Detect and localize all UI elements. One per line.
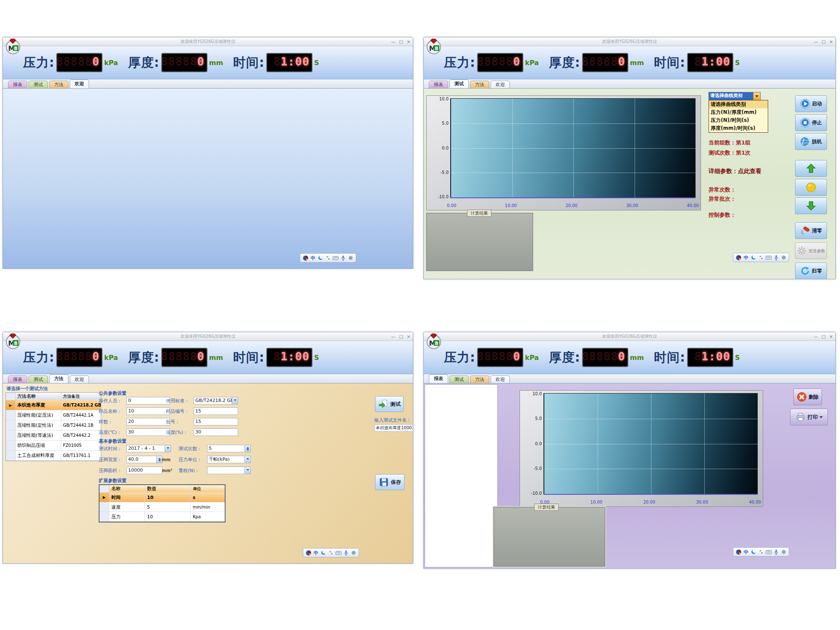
- filename-input[interactable]: 本织造布厚度10001: [374, 424, 413, 432]
- keyboard-icon[interactable]: [766, 255, 772, 260]
- sample-count-input[interactable]: 20: [126, 418, 170, 425]
- plot-area[interactable]: [450, 98, 696, 197]
- curve-type-select[interactable]: 请选择曲线类别: [709, 92, 761, 100]
- ime-settings-icon[interactable]: [781, 549, 787, 555]
- pause-indicator-button[interactable]: [795, 179, 827, 196]
- tab-method[interactable]: 方法: [49, 81, 68, 88]
- standard-select[interactable]: GB/T24218.2 GB: [194, 397, 238, 404]
- tab-welcome[interactable]: 欢迎: [491, 375, 510, 383]
- close-button[interactable]: ×: [830, 39, 833, 44]
- title-bar[interactable]: 欢迎使用YG026G压缩弹性仪 — □ ×: [3, 332, 413, 341]
- microphone-icon[interactable]: [340, 255, 346, 261]
- temperature-input[interactable]: 30: [126, 428, 170, 436]
- sample-name-input[interactable]: 10: [126, 407, 170, 415]
- ime-logo-icon[interactable]: [305, 550, 311, 556]
- handwriting-icon[interactable]: [320, 550, 326, 556]
- test-times-stepper[interactable]: 5: [207, 445, 251, 452]
- ime-settings-icon[interactable]: [781, 255, 787, 260]
- tab-method[interactable]: 方法: [470, 375, 489, 383]
- ime-language-bar[interactable]: 中 °,: [733, 253, 789, 262]
- start-button[interactable]: 启动: [795, 95, 827, 112]
- ime-logo-icon[interactable]: [302, 255, 308, 261]
- range-select[interactable]: [207, 467, 251, 474]
- minimize-button[interactable]: —: [814, 39, 818, 44]
- maximize-button[interactable]: □: [399, 39, 403, 44]
- tab-test[interactable]: 测试: [29, 81, 48, 88]
- chevron-down-icon[interactable]: [244, 456, 250, 463]
- batch-no-input[interactable]: 15: [194, 418, 238, 425]
- microphone-icon[interactable]: [773, 255, 779, 260]
- tab-test[interactable]: 测试: [29, 375, 48, 383]
- sample-no-input[interactable]: 15: [194, 407, 238, 415]
- microphone-icon[interactable]: [773, 549, 779, 555]
- close-button[interactable]: ×: [830, 334, 833, 339]
- table-row[interactable]: 纺织制品压缩FZ01005: [6, 441, 101, 451]
- detail-params-link[interactable]: 详细参数：点此查看: [709, 168, 761, 175]
- minimize-button[interactable]: —: [391, 334, 395, 339]
- humidity-input[interactable]: 30: [194, 428, 238, 436]
- title-bar[interactable]: 欢迎使用YG026G压缩弹性仪 — □ ×: [424, 332, 835, 341]
- tab-welcome[interactable]: 欢迎: [70, 375, 89, 383]
- ime-language-bar[interactable]: 中 °,: [300, 253, 356, 262]
- print-button[interactable]: 打印: [790, 409, 828, 425]
- chinese-input-icon[interactable]: 中: [313, 550, 319, 556]
- maximize-button[interactable]: □: [399, 334, 403, 339]
- spinner-icon[interactable]: [156, 456, 162, 463]
- table-row[interactable]: 速度5mm/min: [100, 502, 225, 512]
- handwriting-icon[interactable]: [751, 549, 756, 555]
- combo-dropdown-button[interactable]: [753, 92, 760, 100]
- ime-language-bar[interactable]: 中 °,: [303, 548, 359, 557]
- spinner-icon[interactable]: [244, 445, 250, 452]
- tab-welcome[interactable]: 欢迎: [70, 79, 89, 88]
- run-test-button[interactable]: 测试: [375, 396, 404, 412]
- table-row[interactable]: ▶本织造布厚度GB/T24218.2 GB/T3820: [6, 400, 101, 410]
- move-up-button[interactable]: [795, 160, 827, 177]
- table-row[interactable]: 压缩性能(定压法)GB/T24442.1A: [6, 410, 101, 420]
- microphone-icon[interactable]: [343, 550, 349, 556]
- keyboard-icon[interactable]: [336, 550, 341, 556]
- table-row[interactable]: 压缩性能(等速法)GB/T24442.2: [6, 430, 101, 441]
- punctuation-icon[interactable]: °,: [328, 550, 334, 556]
- handwriting-icon[interactable]: [751, 255, 756, 260]
- tab-welcome[interactable]: 欢迎: [491, 81, 510, 88]
- keyboard-icon[interactable]: [333, 255, 339, 261]
- minimize-button[interactable]: —: [814, 334, 818, 339]
- stop-button[interactable]: 停止: [795, 114, 827, 131]
- move-down-button[interactable]: [795, 197, 827, 214]
- table-row[interactable]: 土工合成材料厚度GB/T13761.1: [6, 451, 101, 461]
- ime-logo-icon[interactable]: [735, 549, 741, 555]
- clear-button[interactable]: 清零: [795, 222, 827, 239]
- close-button[interactable]: ×: [407, 39, 410, 44]
- tab-report[interactable]: 报表: [8, 375, 27, 383]
- handwriting-icon[interactable]: [318, 255, 323, 261]
- tab-report[interactable]: 报表: [429, 81, 448, 88]
- minimize-button[interactable]: —: [391, 39, 395, 44]
- ime-logo-icon[interactable]: [735, 255, 741, 260]
- tab-test[interactable]: 测试: [449, 375, 469, 383]
- zero-button[interactable]: 归零: [795, 262, 827, 279]
- delete-button[interactable]: 删除: [793, 388, 822, 405]
- curve-option[interactable]: 厚度(mm)/时间(s): [709, 124, 768, 132]
- title-bar[interactable]: 欢迎使用YG026G压缩弹性仪 — □ ×: [3, 37, 413, 46]
- tab-test[interactable]: 测试: [449, 79, 469, 88]
- chinese-input-icon[interactable]: 中: [310, 255, 316, 261]
- presser-area-input[interactable]: 10000: [126, 467, 163, 474]
- tab-method[interactable]: 方法: [470, 81, 489, 88]
- operator-input[interactable]: 0: [126, 397, 170, 404]
- ime-settings-icon[interactable]: [348, 255, 354, 261]
- chevron-down-icon[interactable]: [165, 445, 171, 452]
- ime-language-bar[interactable]: 中 °,: [733, 547, 789, 556]
- curve-option[interactable]: 请选择曲线类别: [709, 100, 768, 108]
- curve-option[interactable]: 压力(N)/厚度(mm): [709, 108, 768, 116]
- maximize-button[interactable]: □: [822, 39, 825, 44]
- tab-method[interactable]: 方法: [49, 374, 68, 383]
- plot-area[interactable]: [543, 393, 758, 494]
- chevron-down-icon[interactable]: [819, 416, 823, 420]
- save-button[interactable]: 保存: [375, 474, 404, 490]
- chevron-down-icon[interactable]: [244, 467, 250, 474]
- punctuation-icon[interactable]: °,: [325, 255, 331, 261]
- chinese-input-icon[interactable]: 中: [743, 255, 749, 260]
- offline-button[interactable]: 脱机: [795, 133, 827, 150]
- punctuation-icon[interactable]: °,: [758, 255, 764, 260]
- close-button[interactable]: ×: [407, 334, 410, 339]
